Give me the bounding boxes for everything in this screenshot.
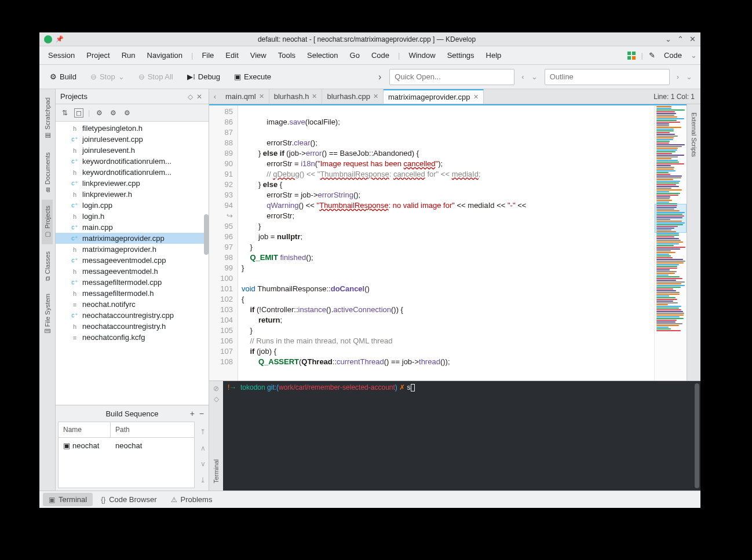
- code-line[interactable]: [242, 273, 654, 284]
- menu-window[interactable]: Window: [403, 49, 440, 62]
- gear-icon[interactable]: ⚙: [122, 108, 132, 118]
- move-up-icon[interactable]: ∧: [200, 444, 206, 452]
- menu-run[interactable]: Run: [116, 49, 141, 62]
- col-path[interactable]: Path: [111, 422, 194, 437]
- file-tree-item[interactable]: hjoinrulesevent.h: [56, 145, 209, 156]
- menu-project[interactable]: Project: [81, 49, 115, 62]
- close-tab-icon[interactable]: ✕: [473, 93, 479, 101]
- code-line[interactable]: errorStr;: [242, 211, 654, 221]
- move-down-icon[interactable]: ∨: [200, 460, 206, 468]
- file-tree-item[interactable]: c⁺neochataccountregistry.cpp: [56, 310, 209, 321]
- build-button[interactable]: ⚙Build: [45, 70, 81, 83]
- code-line[interactable]: // Runs in the main thread, not QML thre…: [242, 336, 654, 346]
- move-bottom-icon[interactable]: ⤓: [200, 476, 206, 484]
- chevron-right-icon[interactable]: ›: [375, 72, 385, 82]
- code-line[interactable]: job = nullptr;: [242, 232, 654, 242]
- nav-back-button[interactable]: ‹: [519, 71, 526, 82]
- code-line[interactable]: void ThumbnailResponse::doCancel(): [242, 284, 654, 294]
- editor-tab[interactable]: matriximageprovider.cpp✕: [384, 89, 484, 104]
- debug-button[interactable]: ▶⁞Debug: [182, 70, 225, 83]
- minimap[interactable]: [654, 105, 687, 380]
- code-line[interactable]: } else if (job->error() == BaseJob::Aban…: [242, 148, 654, 159]
- rail-classes[interactable]: ⧉Classes: [42, 246, 53, 287]
- code-line[interactable]: image.save(localFile);: [242, 117, 654, 127]
- code-line[interactable]: if (!Controller::instance().activeConnec…: [242, 305, 654, 315]
- code-line[interactable]: errorStr = i18n("Image request has been …: [242, 159, 654, 169]
- bottom-tab-code-browser[interactable]: {}Code Browser: [95, 493, 162, 506]
- locate-icon[interactable]: ◻: [74, 108, 83, 118]
- code-line[interactable]: errorStr.clear();: [242, 138, 654, 148]
- scrollbar-thumb[interactable]: [204, 214, 209, 255]
- rail-filesystem[interactable]: 🖴File System: [42, 288, 53, 341]
- editor-tab[interactable]: main.qml✕: [221, 89, 269, 104]
- terminal-label[interactable]: Terminal: [211, 456, 221, 487]
- nav-forward-button[interactable]: ›: [674, 71, 681, 82]
- sync-icon[interactable]: ⇅: [60, 108, 70, 118]
- menu-selection[interactable]: Selection: [302, 49, 343, 62]
- col-name[interactable]: Name: [59, 422, 111, 437]
- code-line[interactable]: }: [242, 263, 654, 273]
- menu-file[interactable]: File: [196, 49, 219, 62]
- file-tree-item[interactable]: ≡neochat.notifyrc: [56, 299, 209, 310]
- editor-tab[interactable]: blurhash.cpp✕: [322, 89, 383, 104]
- file-tree-item[interactable]: c⁺messagefiltermodel.cpp: [56, 277, 209, 288]
- file-tree-item[interactable]: hfiletypesingleton.h: [56, 123, 209, 134]
- scrollbar-thumb[interactable]: [695, 383, 699, 488]
- clear-icon[interactable]: ⊘: [213, 385, 219, 393]
- bottom-tab-terminal[interactable]: ▣Terminal: [43, 493, 93, 506]
- menu-edit[interactable]: Edit: [220, 49, 243, 62]
- code-content[interactable]: image.save(localFile); errorStr.clear();…: [238, 105, 654, 380]
- bottom-tab-problems[interactable]: ⚠Problems: [165, 493, 218, 506]
- pin-icon[interactable]: ◇: [214, 395, 219, 403]
- remove-button[interactable]: −: [199, 409, 204, 418]
- close-tab-icon[interactable]: ✕: [312, 93, 317, 100]
- gear-icon[interactable]: ⚙: [108, 108, 118, 118]
- menu-navigation[interactable]: Navigation: [142, 49, 188, 62]
- code-line[interactable]: {: [242, 294, 654, 305]
- menu-help[interactable]: Help: [481, 49, 507, 62]
- minimap-viewport[interactable]: [655, 204, 687, 233]
- rail-scratchpad[interactable]: ▤Scratchpad: [42, 91, 53, 145]
- stop-button[interactable]: ⊖Stop⌄: [86, 70, 129, 83]
- code-line[interactable]: Q_ASSERT(QThread::currentThread() == job…: [242, 357, 654, 367]
- file-tree-item[interactable]: c⁺main.cpp: [56, 222, 209, 233]
- gear-icon[interactable]: ⚙: [94, 108, 104, 118]
- nav-down-button[interactable]: ⌄: [684, 71, 695, 82]
- code-line[interactable]: errorStr = job->errorString();: [242, 190, 654, 200]
- terminal[interactable]: !→ tokodon git:(work/carl/remember-selec…: [223, 381, 700, 491]
- undock-icon[interactable]: ◇: [186, 93, 195, 101]
- tab-scroll-left[interactable]: ‹: [209, 89, 221, 104]
- rail-projects[interactable]: ▢Projects: [42, 200, 53, 244]
- close-tab-icon[interactable]: ✕: [259, 93, 264, 100]
- code-line[interactable]: [242, 127, 654, 138]
- code-line[interactable]: [242, 107, 654, 117]
- file-tree-item[interactable]: c⁺matriximageprovider.cpp: [56, 233, 209, 244]
- code-line[interactable]: return;: [242, 315, 654, 325]
- move-top-icon[interactable]: ⤒: [200, 428, 206, 436]
- file-tree-item[interactable]: hmatriximageprovider.h: [56, 244, 209, 255]
- layout-grid-icon[interactable]: [627, 52, 636, 60]
- nav-down-button[interactable]: ⌄: [529, 71, 540, 82]
- code-line[interactable]: qWarning() << "ThumbnailResponse: no val…: [242, 200, 654, 211]
- title-bar[interactable]: 📌 default: neochat - [ neochat:src/matri…: [39, 32, 700, 46]
- code-line[interactable]: }: [242, 242, 654, 252]
- table-row[interactable]: ▣neochat neochat: [59, 438, 194, 488]
- outline-input[interactable]: [545, 69, 670, 85]
- quick-open-input[interactable]: [389, 69, 514, 85]
- file-tree-item[interactable]: c⁺linkpreviewer.cpp: [56, 178, 209, 189]
- menu-settings[interactable]: Settings: [442, 49, 480, 62]
- add-button[interactable]: +: [190, 409, 195, 418]
- editor-tab[interactable]: blurhash.h✕: [269, 89, 323, 104]
- menu-session[interactable]: Session: [43, 49, 80, 62]
- menu-go[interactable]: Go: [345, 49, 365, 62]
- file-tree-item[interactable]: hmessagefiltermodel.h: [56, 288, 209, 299]
- file-tree-item[interactable]: hlinkpreviewer.h: [56, 189, 209, 200]
- code-line[interactable]: // qDebug() << "ThumbnailResponse: cance…: [242, 169, 654, 180]
- code-line[interactable]: }: [242, 221, 654, 232]
- code-editor[interactable]: 85868788899091929394↪9596979899100101102…: [209, 104, 687, 380]
- menu-tools[interactable]: Tools: [273, 49, 301, 62]
- file-tree-item[interactable]: hneochataccountregistry.h: [56, 321, 209, 332]
- stop-all-button[interactable]: ⊖Stop All: [134, 70, 178, 83]
- file-tree-item[interactable]: hlogin.h: [56, 211, 209, 222]
- rail-external-scripts[interactable]: External Scripts: [689, 108, 699, 162]
